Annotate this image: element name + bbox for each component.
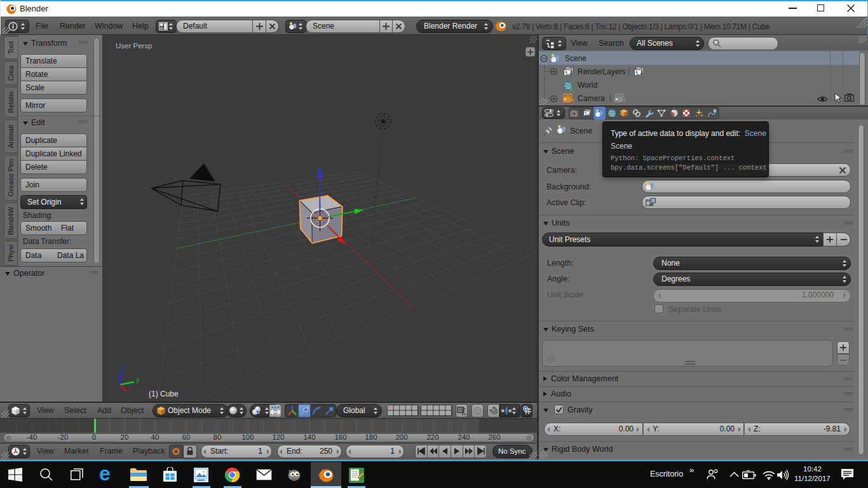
svg-text:User Persp: User Persp — [116, 42, 153, 50]
svg-text:y: y — [136, 376, 140, 383]
svg-text:z: z — [121, 364, 125, 372]
svg-text:x: x — [128, 384, 132, 392]
svg-text:(1) Cube: (1) Cube — [149, 390, 179, 398]
